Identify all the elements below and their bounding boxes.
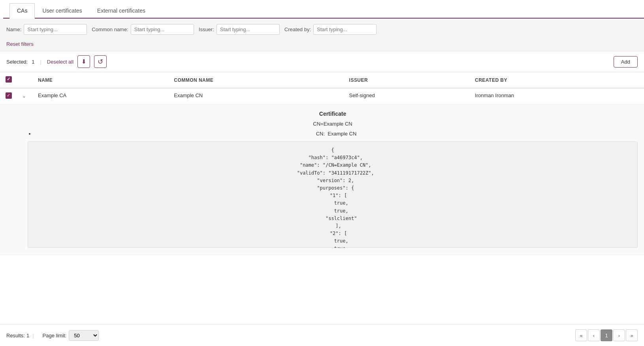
row-checkbox-cell[interactable] — [0, 88, 17, 104]
download-icon: ⬇ — [81, 58, 87, 65]
rotate-button[interactable]: ↺ — [94, 55, 107, 68]
selected-count: 1 — [32, 59, 34, 65]
table-wrapper: NAME COMMON NAME ISSUER CREATED BY ⌄ Exa… — [0, 72, 644, 278]
col-expand — [17, 72, 33, 88]
rotate-icon: ↺ — [98, 58, 103, 66]
json-content[interactable]: { "hash": "a46973c4", "name": "/CN=Examp… — [28, 141, 638, 248]
detail-cell: Certificate CN=Example CN CN: Example CN… — [0, 104, 644, 255]
issuer-filter-input[interactable] — [217, 24, 280, 35]
toolbar-separator: | — [40, 59, 41, 65]
issuer-filter-field: Issuer: — [199, 24, 280, 35]
created-by-filter-field: Created by: — [284, 24, 377, 35]
table-body: ⌄ Example CA Example CN Self-signed Iron… — [0, 88, 644, 255]
col-created-by-header: CREATED BY — [470, 72, 644, 88]
detail-title: Certificate — [28, 111, 638, 117]
detail-list-item: CN: Example CN — [35, 131, 638, 137]
detail-cn-value: Example CN — [328, 131, 356, 137]
row-issuer: Self-signed — [345, 88, 470, 104]
deselect-all-button[interactable]: Deselect all — [47, 59, 73, 65]
issuer-filter-label: Issuer: — [199, 26, 214, 32]
json-box-wrapper: { "hash": "a46973c4", "name": "/CN=Examp… — [28, 141, 638, 248]
detail-row: Certificate CN=Example CN CN: Example CN… — [0, 104, 644, 255]
col-name-header: NAME — [33, 72, 169, 88]
col-common-name-header: COMMON NAME — [169, 72, 344, 88]
detail-cn-line: CN=Example CN — [28, 121, 638, 127]
tab-external-certificates[interactable]: External certificates — [90, 3, 153, 19]
row-expand-cell[interactable]: ⌄ — [17, 88, 33, 104]
tab-user-certificates[interactable]: User certificates — [35, 3, 89, 19]
tab-bar: CAs User certificates External certifica… — [3, 3, 644, 19]
chevron-down-icon[interactable]: ⌄ — [22, 93, 28, 100]
common-name-filter-field: Common name: — [92, 24, 194, 35]
toolbar: Selected: 1 | Deselect all ⬇ ↺ Add — [0, 51, 644, 72]
filter-bar: Name: Common name: Issuer: Created by: R… — [0, 19, 644, 51]
tab-cas[interactable]: CAs — [9, 3, 35, 19]
select-all-checkbox[interactable] — [6, 76, 12, 83]
common-name-filter-label: Common name: — [92, 26, 128, 32]
created-by-filter-label: Created by: — [284, 26, 311, 32]
name-filter-field: Name: — [6, 24, 87, 35]
add-button[interactable]: Add — [614, 56, 638, 68]
name-filter-label: Name: — [6, 26, 21, 32]
tabs-container: CAs User certificates External certifica… — [0, 0, 644, 19]
common-name-filter-input[interactable] — [131, 24, 194, 35]
row-name: Example CA — [33, 88, 169, 104]
row-created-by: Ironman Ironman — [470, 88, 644, 104]
detail-cn-label: CN: — [316, 131, 325, 137]
row-common-name: Example CN — [169, 88, 344, 104]
filter-row: Name: Common name: Issuer: Created by: — [6, 24, 638, 35]
reset-filters-button[interactable]: Reset filters — [6, 41, 34, 47]
table-header: NAME COMMON NAME ISSUER CREATED BY — [0, 72, 644, 88]
select-all-header[interactable] — [0, 72, 17, 88]
row-checkbox[interactable] — [6, 92, 12, 99]
table-row: ⌄ Example CA Example CN Self-signed Iron… — [0, 88, 644, 104]
col-issuer-header: ISSUER — [345, 72, 470, 88]
cas-table: NAME COMMON NAME ISSUER CREATED BY ⌄ Exa… — [0, 72, 644, 255]
download-button[interactable]: ⬇ — [77, 55, 90, 68]
created-by-filter-input[interactable] — [313, 24, 377, 35]
name-filter-input[interactable] — [24, 24, 87, 35]
selected-label: Selected: — [6, 59, 28, 65]
detail-list: CN: Example CN — [28, 131, 638, 137]
